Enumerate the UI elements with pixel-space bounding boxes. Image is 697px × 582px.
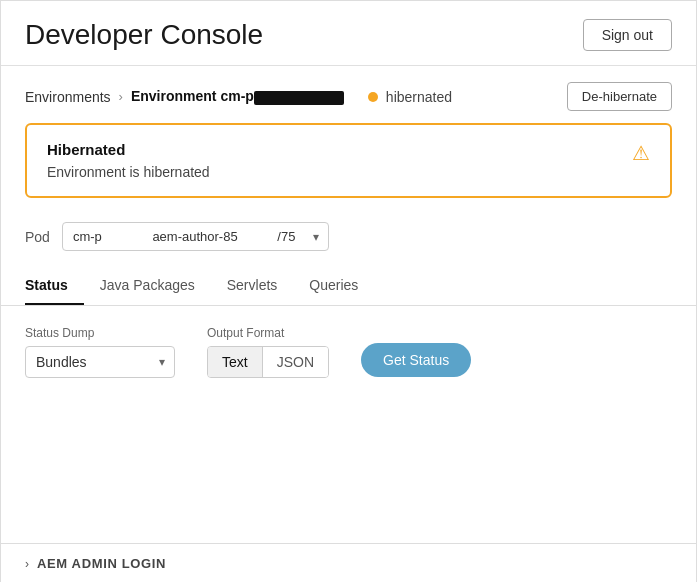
tab-queries[interactable]: Queries	[309, 267, 374, 305]
tab-java-packages[interactable]: Java Packages	[100, 267, 211, 305]
environment-name: Environment cm-p	[131, 88, 344, 104]
footer-label: AEM ADMIN LOGIN	[37, 556, 166, 571]
status-panel: Status Dump Bundles Components Configura…	[1, 306, 696, 394]
header: Developer Console Sign out	[1, 1, 696, 66]
output-label: Output Format	[207, 326, 329, 340]
footer-chevron-icon: ›	[25, 557, 29, 571]
sign-out-button[interactable]: Sign out	[583, 19, 672, 51]
tab-servlets[interactable]: Servlets	[227, 267, 294, 305]
text-format-button[interactable]: Text	[208, 347, 262, 377]
bundles-select[interactable]: Bundles Components Configuration	[25, 346, 175, 378]
json-format-button[interactable]: JSON	[263, 347, 328, 377]
bundles-select-wrapper: Bundles Components Configuration ▾	[25, 346, 175, 378]
alert-title: Hibernated	[47, 141, 650, 158]
admin-login-accordion[interactable]: › AEM ADMIN LOGIN	[1, 543, 696, 582]
status-dump-group: Status Dump Bundles Components Configura…	[25, 326, 175, 378]
status-text: hibernated	[386, 89, 452, 105]
breadcrumb-chevron: ›	[119, 89, 123, 104]
get-status-button[interactable]: Get Status	[361, 343, 471, 377]
format-toggle: Text JSON	[207, 346, 329, 378]
status-dot	[368, 92, 378, 102]
pod-row: Pod cm-p aem-author-85 /75 ▾	[1, 214, 696, 267]
environments-breadcrumb[interactable]: Environments	[25, 89, 111, 105]
alert-message: Environment is hibernated	[47, 164, 650, 180]
redacted-block	[254, 91, 344, 105]
output-format-group: Output Format Text JSON	[207, 326, 329, 378]
tab-status[interactable]: Status	[25, 267, 84, 305]
hibernated-alert: Hibernated Environment is hibernated ⚠	[25, 123, 672, 198]
de-hibernate-button[interactable]: De-hibernate	[567, 82, 672, 111]
pod-label: Pod	[25, 229, 50, 245]
dump-label: Status Dump	[25, 326, 175, 340]
environment-bar: Environments › Environment cm-p hibernat…	[1, 66, 696, 123]
tabs-row: Status Java Packages Servlets Queries	[1, 267, 696, 306]
pod-select[interactable]: cm-p aem-author-85 /75	[62, 222, 329, 251]
warning-icon: ⚠	[632, 141, 650, 165]
pod-select-wrapper: cm-p aem-author-85 /75 ▾	[62, 222, 329, 251]
page-title: Developer Console	[25, 19, 263, 51]
status-form-row: Status Dump Bundles Components Configura…	[25, 326, 672, 378]
